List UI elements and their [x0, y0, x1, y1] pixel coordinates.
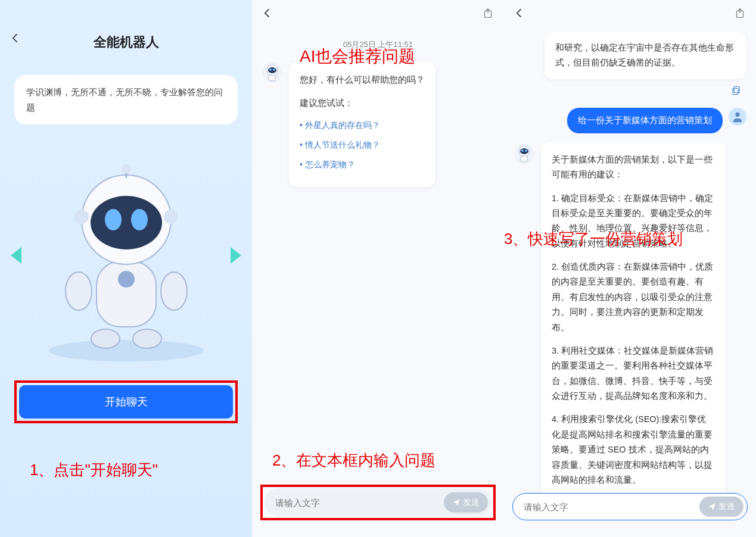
share-icon[interactable]: [481, 7, 494, 22]
svg-point-11: [161, 272, 187, 310]
bot-avatar-icon: [262, 62, 283, 83]
svg-point-13: [133, 329, 161, 348]
greeting-text: 您好，有什么可以帮助您的吗？: [300, 71, 425, 88]
message-input[interactable]: [275, 498, 444, 508]
bot-point: 2. 创造优质内容：在新媒体营销中，优质的内容是至关重要的。要创造有趣、有用、有…: [552, 260, 715, 335]
suggestion-link[interactable]: 外星人真的存在吗？: [300, 118, 425, 133]
message-input[interactable]: [524, 502, 699, 512]
svg-point-25: [735, 112, 739, 116]
back-icon[interactable]: [10, 32, 21, 46]
message-input-bar: 发送: [265, 489, 491, 516]
svg-point-0: [49, 340, 204, 361]
bot-point: 3. 利用社交媒体：社交媒体是新媒体营销的重要渠道之一。要利用各种社交媒体平台，…: [552, 344, 715, 404]
svg-point-5: [131, 209, 148, 230]
svg-point-14: [118, 271, 135, 288]
start-chat-button[interactable]: 开始聊天: [19, 385, 233, 419]
svg-point-8: [122, 164, 131, 174]
back-icon[interactable]: [514, 7, 525, 21]
annotation-ai-suggest: AI也会推荐问题: [300, 45, 415, 68]
user-message-bubble: 给一份关于新媒体方面的营销策划: [567, 108, 723, 133]
copy-icon[interactable]: [514, 85, 746, 98]
bot-message-bubble: 您好，有什么可以帮助您的吗？ 建议您试试： 外星人真的存在吗？ 情人节送什么礼物…: [289, 62, 435, 187]
svg-rect-21: [269, 75, 276, 81]
svg-point-6: [74, 210, 89, 224]
start-button-highlight: 开始聊天: [14, 380, 238, 423]
send-label: 发送: [718, 501, 735, 512]
svg-point-29: [521, 149, 524, 152]
svg-point-18: [268, 67, 276, 73]
description-card: 学识渊博，无所不通，无所不晓，专业解答您的问题: [14, 75, 238, 124]
svg-rect-23: [734, 86, 739, 93]
robot-carousel: [6, 142, 246, 369]
robot-image: [25, 148, 228, 363]
svg-rect-31: [521, 156, 528, 162]
annotation-step-3: 3、快速写了一份营销策划: [504, 229, 683, 249]
send-label: 发送: [463, 497, 480, 508]
bot-intro-text: 关于新媒体方面的营销策划，以下是一些可能有用的建议：: [552, 152, 715, 183]
send-button[interactable]: 发送: [444, 492, 488, 513]
svg-point-20: [273, 68, 275, 71]
annotation-step-1: 1、点击"开始聊天": [30, 460, 158, 480]
svg-point-10: [66, 272, 92, 310]
bot-message-bubble: 关于新媒体方面的营销策划，以下是一些可能有用的建议： 1. 确定目标受众：在新媒…: [541, 143, 726, 506]
chat-suggest-panel: 05月25日 上午11:51 AI也会推荐问题 您好，有什么可以帮助您的吗？ 建…: [252, 0, 504, 537]
suggestion-link[interactable]: 怎么养宠物？: [300, 157, 425, 172]
chat-reply-panel: 和研究，以确定在宇宙中是否存在其他生命形式，但目前仍缺乏确凿的证据。 给一份关于…: [504, 0, 756, 537]
suggest-label: 建议您试试：: [300, 95, 425, 111]
svg-point-12: [91, 329, 120, 348]
message-input-bar: 发送: [512, 493, 748, 520]
share-icon[interactable]: [733, 7, 746, 22]
carousel-next-icon[interactable]: [231, 247, 241, 264]
svg-point-19: [269, 68, 272, 71]
svg-point-3: [91, 196, 162, 249]
welcome-panel: 全能机器人 学识渊博，无所不通，无所不晓，专业解答您的问题 开始聊天 1、点击"…: [0, 0, 252, 537]
page-title: 全能机器人: [6, 33, 246, 51]
bot-avatar-icon: [514, 143, 535, 164]
user-avatar-icon: [729, 108, 746, 126]
svg-point-4: [105, 209, 122, 230]
input-highlight: 发送: [260, 485, 496, 520]
svg-point-7: [164, 210, 178, 224]
svg-point-28: [520, 148, 528, 154]
bot-point: 4. 利用搜索引擎优化 (SEO):搜索引擎优化是提高网站排名和搜索引擎流量的重…: [552, 412, 715, 488]
svg-rect-24: [733, 88, 738, 95]
bot-message-bubble: 和研究，以确定在宇宙中是否存在其他生命形式，但目前仍缺乏确凿的证据。: [545, 32, 746, 79]
carousel-prev-icon[interactable]: [11, 247, 21, 264]
annotation-step-2: 2、在文本框内输入问题: [272, 450, 435, 471]
back-icon[interactable]: [262, 7, 273, 21]
send-button[interactable]: 发送: [699, 497, 743, 517]
suggestion-link[interactable]: 情人节送什么礼物？: [300, 138, 425, 152]
svg-point-30: [525, 149, 527, 152]
